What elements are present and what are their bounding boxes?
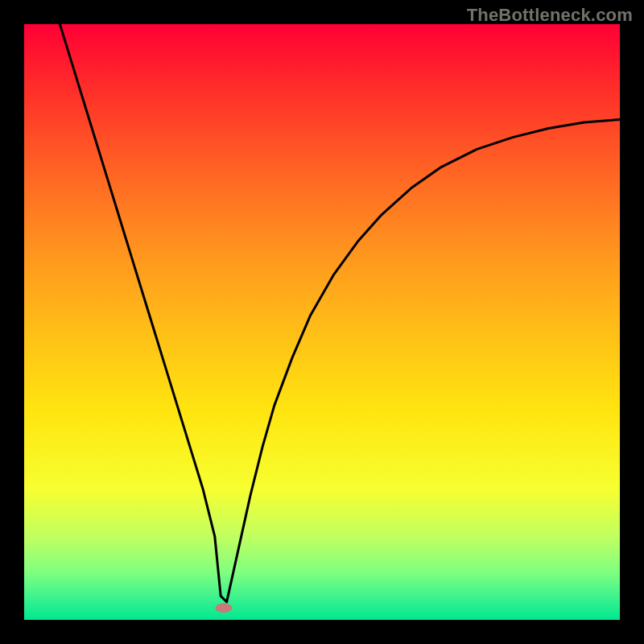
minimum-marker xyxy=(216,603,233,613)
watermark-text: TheBottleneck.com xyxy=(467,5,633,26)
plot-area xyxy=(24,24,620,620)
gradient-background xyxy=(24,24,620,620)
chart-container: { "watermark": "TheBottleneck.com", "col… xyxy=(0,0,644,644)
chart-svg xyxy=(24,24,620,620)
